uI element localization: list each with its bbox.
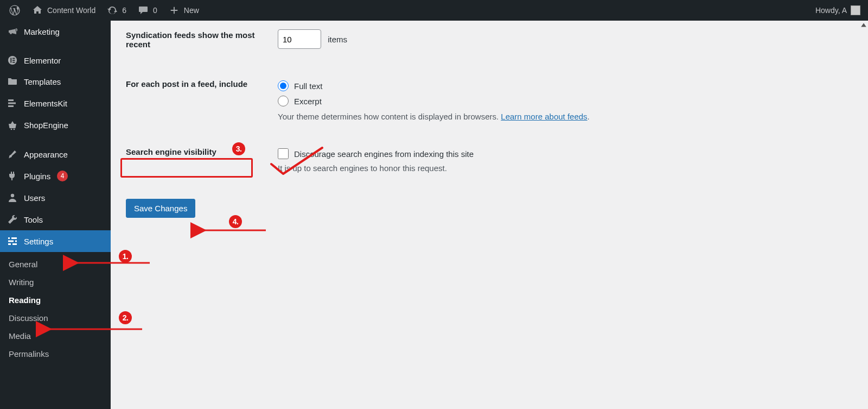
submenu-writing[interactable]: Writing — [0, 273, 111, 291]
sev-note: It is up to search engines to honor this… — [278, 163, 857, 173]
sidebar-item-label: ElementsKit — [24, 99, 67, 108]
submenu-permalinks[interactable]: Permalinks — [0, 345, 111, 363]
sidebar-item-shopengine[interactable]: ShopEngine — [0, 114, 111, 136]
feed-include-label: For each post in a feed, include — [126, 75, 278, 93]
plug-icon — [7, 171, 18, 181]
annotation-badge-2: 2. — [119, 311, 132, 324]
my-account-menu[interactable]: Howdy, A — [810, 0, 866, 21]
submenu-media[interactable]: Media — [0, 327, 111, 345]
svg-rect-15 — [14, 240, 15, 243]
sev-checkbox[interactable] — [278, 148, 289, 159]
megaphone-icon — [7, 26, 18, 37]
scroll-up-arrow-icon — [860, 22, 867, 28]
basket-icon — [7, 119, 18, 130]
syndication-unit: items — [328, 35, 347, 44]
svg-rect-12 — [8, 241, 17, 242]
wordpress-icon — [9, 4, 21, 16]
elementor-icon — [7, 55, 18, 65]
sidebar-item-appearance[interactable]: Appearance — [0, 143, 111, 165]
plugins-update-badge: 4 — [57, 171, 68, 181]
save-changes-button[interactable]: Save Changes — [126, 199, 195, 218]
row-syndication: Syndication feeds show the most recent i… — [126, 26, 857, 53]
admin-bar: Content World 6 0 New Howdy, A — [0, 0, 868, 21]
submenu-general[interactable]: General — [0, 255, 111, 273]
feed-excerpt-option[interactable]: Excerpt — [278, 96, 857, 106]
sidebar-item-label: Templates — [24, 77, 61, 86]
sidebar-item-templates[interactable]: Templates — [0, 71, 111, 92]
updates-menu[interactable]: 6 — [101, 0, 132, 21]
elementskit-icon — [7, 98, 18, 109]
svg-point-10 — [11, 194, 14, 197]
learn-more-feeds-link[interactable]: Learn more about feeds — [501, 112, 587, 121]
svg-rect-16 — [11, 243, 12, 246]
brush-icon — [7, 149, 18, 160]
svg-rect-3 — [12, 60, 15, 61]
feed-theme-note: Your theme determines how content is dis… — [278, 112, 857, 121]
new-label: New — [184, 6, 199, 15]
submenu-reading[interactable]: Reading — [0, 291, 111, 309]
sidebar-item-label: Appearance — [24, 150, 68, 159]
sliders-icon — [7, 236, 18, 247]
feed-excerpt-radio[interactable] — [278, 96, 289, 106]
home-icon — [31, 4, 43, 16]
svg-rect-5 — [8, 99, 14, 101]
sidebar-item-label: Settings — [24, 237, 53, 246]
comment-icon — [137, 4, 149, 16]
site-name: Content World — [47, 6, 95, 15]
avatar — [851, 5, 860, 15]
sidebar-item-plugins[interactable]: Plugins 4 — [0, 165, 111, 187]
annotation-badge-4: 4. — [229, 215, 242, 228]
svg-rect-14 — [10, 237, 11, 240]
wrench-icon — [7, 214, 18, 225]
admin-sidebar: Marketing Elementor Templates ElementsKi… — [0, 21, 111, 409]
svg-point-8 — [11, 129, 12, 130]
howdy-text: Howdy, A — [815, 6, 847, 15]
plus-icon — [168, 4, 180, 16]
sidebar-item-label: Plugins — [24, 172, 50, 181]
update-icon — [106, 4, 118, 16]
svg-rect-1 — [10, 58, 11, 63]
sidebar-item-tools[interactable]: Tools — [0, 209, 111, 230]
settings-reading-page: Syndication feeds show the most recent i… — [111, 21, 868, 409]
svg-rect-6 — [8, 103, 16, 104]
sidebar-item-label: Tools — [24, 215, 43, 224]
sidebar-item-label: Marketing — [24, 27, 60, 36]
updates-count: 6 — [122, 6, 126, 15]
sev-option[interactable]: Discourage search engines from indexing … — [278, 148, 857, 159]
sev-check-label: Discourage search engines from indexing … — [294, 149, 474, 159]
annotation-box-sev — [120, 158, 253, 178]
sidebar-item-elementskit[interactable]: ElementsKit — [0, 92, 111, 114]
svg-rect-7 — [8, 105, 14, 107]
user-icon — [7, 192, 18, 203]
svg-rect-11 — [8, 237, 17, 239]
feed-full-label: Full text — [294, 81, 323, 91]
annotation-badge-1: 1. — [119, 250, 132, 263]
feed-full-option[interactable]: Full text — [278, 80, 857, 91]
svg-rect-2 — [12, 58, 15, 59]
comments-count: 0 — [153, 6, 157, 15]
sidebar-item-elementor[interactable]: Elementor — [0, 50, 111, 71]
syndication-label: Syndication feeds show the most recent — [126, 26, 278, 53]
sidebar-item-label: Elementor — [24, 56, 61, 65]
sidebar-item-marketing[interactable]: Marketing — [0, 21, 111, 42]
sidebar-item-label: ShopEngine — [24, 121, 68, 130]
row-feed-include: For each post in a feed, include Full te… — [126, 75, 857, 124]
svg-rect-4 — [12, 62, 15, 63]
annotation-badge-3: 3. — [232, 142, 245, 155]
feed-excerpt-label: Excerpt — [294, 97, 322, 106]
settings-submenu: General Writing Reading Discussion Media… — [0, 252, 111, 367]
folder-icon — [7, 76, 18, 87]
new-content-menu[interactable]: New — [163, 0, 205, 21]
submenu-discussion[interactable]: Discussion — [0, 309, 111, 327]
sidebar-item-settings[interactable]: Settings — [0, 230, 111, 252]
sev-label: Search engine visibility — [126, 147, 216, 156]
syndication-feeds-input[interactable] — [278, 29, 321, 49]
wp-logo-menu[interactable] — [3, 0, 26, 21]
comments-menu[interactable]: 0 — [132, 0, 163, 21]
sidebar-item-label: Users — [24, 193, 45, 203]
site-name-menu[interactable]: Content World — [26, 0, 101, 21]
sidebar-item-users[interactable]: Users — [0, 187, 111, 209]
svg-point-9 — [14, 129, 15, 130]
feed-full-radio[interactable] — [278, 80, 289, 91]
